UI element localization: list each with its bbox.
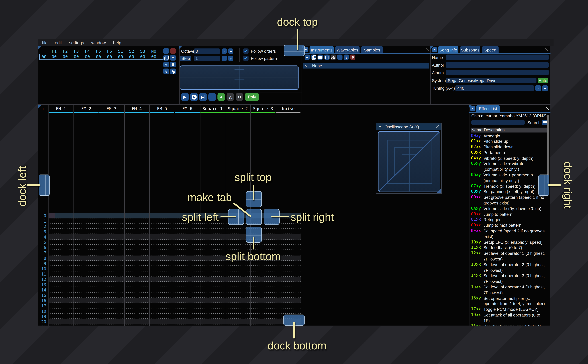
effect-row-1Axx[interactable]: 1AxxSet attack of operator 1 (0 to 1F) (471, 324, 547, 326)
channel-header-fm-4[interactable]: FM 4 (124, 106, 149, 111)
auto-system-button[interactable]: Auto (538, 78, 548, 83)
step-one-row-button[interactable]: ↓ (208, 93, 216, 101)
order-cell[interactable]: 00 (50, 55, 59, 59)
change-all-orders-button[interactable]: ϟ (163, 69, 169, 74)
metronome-button[interactable]: ◭ (227, 93, 234, 101)
tab-effect-list[interactable]: Effect List (476, 105, 500, 112)
poly-button[interactable]: Poly (245, 93, 259, 101)
tab-speed[interactable]: Speed (482, 46, 499, 53)
effect-row-03xx[interactable]: 03xxPortamento (471, 150, 547, 155)
collapse-icon[interactable]: ▼ (470, 106, 475, 111)
author-input[interactable] (446, 62, 548, 68)
order-cell[interactable]: 00 (94, 55, 103, 59)
effect-row-0Axy[interactable]: 0AxyVolume slide (0y: down; x0: up) (471, 206, 547, 211)
effect-row-09xx[interactable]: 09xxSet groove pattern (speed 1 if no gr… (471, 195, 547, 206)
tab-instruments[interactable]: Instruments (310, 46, 334, 53)
follow-pattern-checkbox[interactable]: ✔ (243, 56, 249, 61)
menu-item-help[interactable]: help (113, 40, 121, 45)
close-icon[interactable] (545, 106, 549, 110)
step-label[interactable]: Step (180, 56, 191, 61)
effect-search-input[interactable] (471, 120, 525, 125)
order-cell[interactable]: 00 (72, 55, 81, 59)
effect-row-0Bxx[interactable]: 0BxxJump to pattern (471, 212, 547, 217)
channel-header-square-2[interactable]: Square 2 (225, 106, 251, 111)
pattern-corner[interactable]: ++ (40, 107, 44, 111)
order-cell[interactable]: 00 (149, 55, 158, 59)
menu-item-file[interactable]: file (42, 40, 48, 45)
effect-row-00xy[interactable]: 00xyArpeggio (471, 133, 547, 139)
effect-row-19xx[interactable]: 19xxSet attack of all operators (0 to 1F… (471, 312, 547, 323)
dock-target-top[interactable] (284, 45, 304, 56)
effect-row-06xy[interactable]: 06xyVolume slide + portamento (compatibi… (471, 172, 547, 183)
dock-target-right[interactable] (538, 175, 549, 196)
duplicate-order-button[interactable] (163, 55, 169, 61)
record-button[interactable]: ● (218, 93, 225, 101)
effect-row-02xx[interactable]: 02xxPitch slide down (471, 144, 547, 150)
instrument-list-item[interactable]: ○ - None - (303, 63, 429, 69)
follow-pattern-label[interactable]: Follow pattern (251, 56, 277, 61)
play-row-button[interactable]: ▶ (199, 93, 207, 101)
dock-target-left[interactable] (39, 175, 50, 196)
channel-header-fm-5[interactable]: FM 5 (149, 106, 175, 111)
instrument-folders-button[interactable] (331, 55, 336, 60)
close-icon[interactable] (544, 47, 549, 52)
orders-value-row[interactable]: 0000000000000000000000 (38, 55, 179, 59)
move-order-down-button[interactable]: v (163, 62, 169, 67)
play-pattern-button[interactable]: ▶ (190, 93, 198, 101)
effect-row-07xy[interactable]: 07xyTremolo (x: speed; y: depth) (471, 183, 547, 189)
channel-header-fm-2[interactable]: FM 2 (74, 106, 99, 111)
effect-row-14xx[interactable]: 14xxSet level of operator 3 (0 highest, … (471, 273, 547, 284)
effect-row-04xy[interactable]: 04xyVibrato (x: speed; y: depth) (471, 156, 547, 161)
follow-orders-checkbox[interactable]: ✔ (243, 48, 249, 54)
order-cell[interactable]: 00 (138, 55, 147, 59)
collapse-icon[interactable]: ▼ (432, 47, 437, 52)
menu-item-settings[interactable]: settings (69, 40, 84, 45)
effect-row-17xx[interactable]: 17xxToggle PCM mode (LEGACY) (471, 307, 547, 312)
effect-list-scrollbar[interactable] (547, 115, 549, 184)
step-plus-button[interactable]: + (228, 56, 233, 61)
move-instrument-down-button[interactable]: ↓ (344, 55, 349, 60)
collapse-icon[interactable]: ▼ (379, 125, 382, 128)
move-order-up-button[interactable]: ^ (170, 55, 176, 61)
channel-header-square-3[interactable]: Square 3 (251, 106, 276, 111)
duplicate-instrument-button[interactable] (311, 55, 317, 60)
resize-grip-icon[interactable] (436, 188, 441, 193)
channel-header-fm-1[interactable]: FM 1 (48, 106, 74, 111)
oscilloscope-xy-window[interactable]: ▼ Oscilloscope (X-Y) (376, 123, 442, 194)
album-input[interactable] (446, 70, 548, 75)
order-cell[interactable]: 00 (127, 55, 136, 59)
effect-row-16xy[interactable]: 16xySet operator multiplier (x: operator… (471, 295, 547, 307)
octave-input[interactable]: 3 (194, 48, 220, 54)
order-cell[interactable]: 00 (61, 55, 70, 59)
effect-row-11xx[interactable]: 11xxSet feedback (0 to 7) (471, 245, 547, 251)
duplicate-order-end-button[interactable]: ⇊ (170, 62, 176, 67)
order-cell[interactable]: 00 (116, 55, 125, 59)
effect-row-01xx[interactable]: 01xxPitch slide up (471, 139, 547, 144)
system-input[interactable]: Sega Genesis/Mega Drive (446, 78, 536, 83)
effect-row-0Fxx[interactable]: 0FxxSet speed (speed 2 if no grooves exi… (471, 228, 547, 240)
tab-samples[interactable]: Samples (361, 46, 383, 53)
move-instrument-up-button[interactable]: ↑ (337, 55, 343, 60)
order-row-index[interactable]: 00 (40, 55, 48, 59)
add-order-button[interactable]: + (163, 48, 169, 54)
channel-header-fm-6[interactable]: FM 6 (175, 106, 200, 111)
tuning-minus-button[interactable]: - (535, 85, 541, 91)
tab-song-info[interactable]: Song Info (438, 46, 458, 53)
octave-minus-button[interactable]: - (222, 48, 227, 54)
menu-item-window[interactable]: window (91, 40, 106, 45)
make-tab-target[interactable] (246, 209, 262, 225)
octave-plus-button[interactable]: + (228, 48, 233, 54)
delete-instrument-button[interactable] (350, 55, 356, 60)
remove-order-button[interactable]: − (170, 48, 176, 54)
panel-separator[interactable] (38, 104, 550, 105)
order-cell[interactable]: 00 (105, 55, 114, 59)
order-cell[interactable]: 00 (83, 55, 92, 59)
effect-row-08xy[interactable]: 08xySet panning (x: left; y: right) (471, 189, 547, 195)
effect-table-header[interactable]: Name Description (471, 127, 547, 132)
effect-row-0Cxx[interactable]: 0CxxRetrigger (471, 217, 547, 223)
menu-item-edit[interactable]: edit (55, 40, 62, 45)
channel-header-square-1[interactable]: Square 1 (200, 106, 225, 111)
channel-header-noise[interactable]: Noise (276, 106, 301, 111)
name-input[interactable] (446, 55, 548, 60)
effect-row-05xy[interactable]: 05xyVolume slide + vibrato (compatibilit… (471, 161, 547, 172)
